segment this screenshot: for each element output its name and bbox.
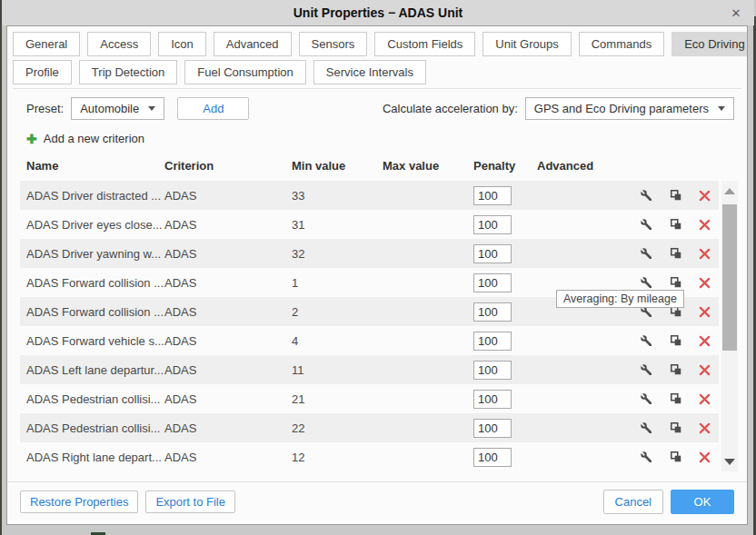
delete-icon[interactable] — [698, 421, 711, 435]
criterion-name: ADAS Driver eyes close... — [26, 218, 164, 232]
delete-icon[interactable] — [698, 451, 711, 464]
copy-icon[interactable] — [669, 334, 682, 348]
criterion-min-value: 1 — [292, 276, 383, 290]
restore-properties-button[interactable]: Restore Properties — [20, 490, 138, 513]
screen-edge-left — [0, 0, 2, 535]
criterion-type: ADAS — [164, 218, 292, 232]
add-criterion-label: Add a new criterion — [44, 132, 144, 145]
criterion-type: ADAS — [164, 451, 292, 464]
criterion-type: ADAS — [164, 392, 292, 406]
criterion-min-value: 2 — [292, 305, 383, 319]
criterion-min-value: 31 — [292, 218, 383, 232]
wrench-icon[interactable] — [640, 247, 653, 261]
delete-icon[interactable] — [698, 218, 711, 232]
copy-icon[interactable] — [669, 363, 682, 377]
scroll-down-icon[interactable] — [721, 451, 738, 471]
preset-toolbar: Preset: Automobile Add Calculate acceler… — [7, 89, 747, 127]
column-header-min-value: Min value — [292, 159, 383, 173]
unit-properties-dialog: GeneralAccessIconAdvancedSensorsCustom F… — [6, 25, 748, 525]
criterion-name: ADAS Driver distracted ... — [26, 189, 164, 203]
column-header-name: Name — [26, 159, 164, 173]
ok-button[interactable]: OK — [671, 490, 734, 514]
criterion-name: ADAS Pedestrian collisi... — [26, 421, 164, 435]
copy-icon[interactable] — [669, 421, 682, 435]
export-to-file-button[interactable]: Export to File — [145, 490, 235, 513]
chevron-down-icon — [148, 106, 155, 111]
preset-select-value: Automobile — [80, 102, 139, 115]
tab-access[interactable]: Access — [87, 32, 151, 56]
tab-sensors[interactable]: Sensors — [299, 32, 368, 56]
averaging-tooltip: Averaging: By mileage — [556, 290, 684, 308]
table-row: ADAS Left lane departur... ADAS 11 — [20, 355, 719, 384]
tab-service-intervals[interactable]: Service Intervals — [313, 60, 426, 84]
penalty-input[interactable] — [473, 186, 512, 205]
add-criterion-link[interactable]: ✚ Add a new criterion — [7, 127, 747, 145]
criterion-min-value: 4 — [292, 334, 383, 348]
tab-eco-driving[interactable]: Eco Driving — [671, 32, 748, 56]
delete-icon[interactable] — [698, 189, 711, 203]
tab-unit-groups[interactable]: Unit Groups — [482, 32, 571, 56]
penalty-input[interactable] — [473, 448, 512, 467]
copy-icon[interactable] — [669, 276, 682, 290]
tab-profile[interactable]: Profile — [13, 60, 72, 84]
copy-icon[interactable] — [669, 189, 682, 203]
calc-acceleration-select[interactable]: GPS and Eco Driving parameters — [525, 97, 734, 120]
wrench-icon[interactable] — [640, 334, 653, 348]
delete-icon[interactable] — [698, 363, 711, 377]
wrench-icon[interactable] — [640, 218, 653, 232]
wrench-icon[interactable] — [640, 189, 653, 203]
table-row: ADAS Forward vehicle s... ADAS 4 — [20, 326, 719, 355]
wrench-icon[interactable] — [640, 421, 653, 435]
penalty-input[interactable] — [473, 361, 512, 380]
scrollbar-thumb[interactable] — [722, 204, 737, 351]
penalty-input[interactable] — [473, 215, 512, 234]
copy-icon[interactable] — [669, 392, 682, 406]
penalty-input[interactable] — [473, 302, 512, 322]
dialog-titlebar: Unit Properties − ADAS Unit ✕ — [2, 0, 754, 25]
copy-icon[interactable] — [669, 247, 682, 261]
scroll-up-icon[interactable] — [721, 181, 738, 201]
delete-icon[interactable] — [698, 334, 711, 348]
tab-icon[interactable]: Icon — [158, 32, 206, 56]
delete-icon[interactable] — [698, 276, 711, 290]
criterion-type: ADAS — [164, 363, 292, 377]
wrench-icon[interactable] — [640, 451, 653, 464]
plus-icon: ✚ — [26, 133, 37, 145]
tab-trip-detection[interactable]: Trip Detection — [79, 60, 177, 84]
preset-select[interactable]: Automobile — [71, 97, 164, 120]
penalty-input[interactable] — [473, 332, 512, 351]
cancel-button[interactable]: Cancel — [603, 490, 663, 514]
criterion-type: ADAS — [164, 189, 292, 203]
tab-custom-fields[interactable]: Custom Fields — [374, 32, 475, 56]
dialog-footer: Restore Properties Export to File Cancel… — [7, 482, 747, 514]
tab-general[interactable]: General — [13, 32, 80, 56]
tab-commands[interactable]: Commands — [579, 32, 664, 56]
penalty-input[interactable] — [473, 390, 512, 409]
chevron-down-icon — [718, 106, 725, 111]
copy-icon[interactable] — [669, 218, 682, 232]
wrench-icon[interactable] — [640, 276, 653, 290]
criterion-name: ADAS Pedestrian collisi... — [26, 392, 164, 406]
tab-advanced[interactable]: Advanced — [214, 32, 292, 56]
penalty-input[interactable] — [473, 244, 512, 263]
vertical-scrollbar[interactable] — [721, 181, 738, 471]
close-icon[interactable]: ✕ — [727, 0, 745, 25]
table-row: ADAS Pedestrian collisi... ADAS 21 — [20, 384, 719, 413]
delete-icon[interactable] — [698, 305, 711, 319]
table-row: ADAS Driver eyes close... ADAS 31 — [20, 210, 719, 239]
penalty-input[interactable] — [473, 419, 512, 438]
tab-fuel-consumption[interactable]: Fuel Consumption — [184, 60, 306, 84]
column-header-criterion: Criterion — [164, 159, 292, 173]
copy-icon[interactable] — [669, 451, 682, 464]
criterion-name: ADAS Forward vehicle s... — [26, 334, 164, 348]
penalty-input[interactable] — [473, 273, 512, 292]
calc-acceleration-label: Calculate acceleration by: — [383, 102, 518, 115]
add-preset-button[interactable]: Add — [177, 97, 249, 120]
wrench-icon[interactable] — [640, 363, 653, 377]
criterion-name: ADAS Left lane departur... — [26, 363, 164, 377]
wrench-icon[interactable] — [640, 392, 653, 406]
dialog-title: Unit Properties − ADAS Unit — [293, 5, 463, 20]
delete-icon[interactable] — [698, 247, 711, 261]
criteria-table-header: Name Criterion Min value Max value Penal… — [20, 159, 719, 181]
delete-icon[interactable] — [698, 392, 711, 406]
